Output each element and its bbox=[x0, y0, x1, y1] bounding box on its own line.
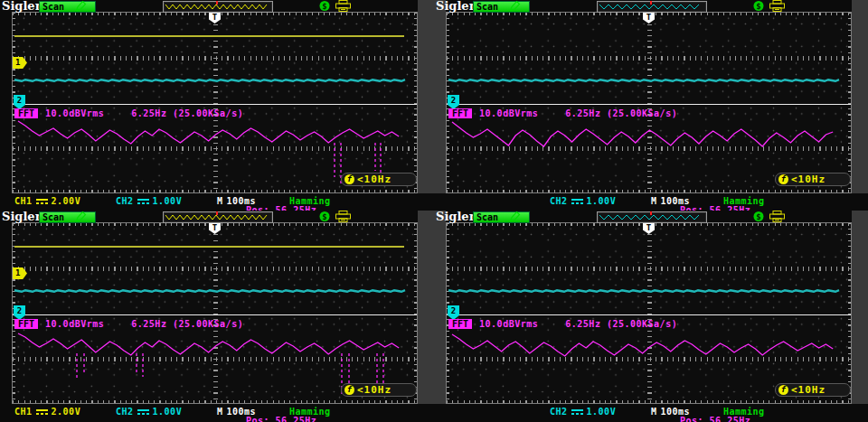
ch1-scale: 2.00V bbox=[52, 196, 81, 206]
status-bar: CH1 2.00V CH2 1.00V M 100ms Hamming Pos:… bbox=[434, 194, 868, 211]
svg-text:$: $ bbox=[322, 212, 326, 221]
tick-col-right bbox=[414, 13, 417, 192]
fft-span-readout: 6.25Hz (25.00KSa/s) bbox=[565, 108, 677, 118]
fft-window-separator bbox=[447, 314, 851, 315]
scope-screen: Siglent Scan $ bbox=[0, 211, 434, 422]
timebase-prefix: M bbox=[217, 407, 223, 417]
ch1-status: CH1 2.00V bbox=[14, 407, 80, 417]
center-vertical-ticks bbox=[213, 223, 218, 403]
printer-icon bbox=[335, 211, 352, 222]
ch2-status: CH2 1.00V bbox=[116, 196, 182, 206]
fft-window-separator bbox=[13, 104, 417, 105]
fft-badge: FFT bbox=[448, 319, 472, 329]
timebase-prefix: M bbox=[651, 407, 657, 417]
ch2-label: CH2 bbox=[116, 196, 134, 206]
tick-col-right bbox=[848, 13, 851, 192]
freq-counter-pill: f <10Hz bbox=[341, 173, 417, 186]
waveform-preview-bar bbox=[597, 211, 707, 223]
pencil-icon bbox=[509, 211, 521, 222]
ch2-status: CH2 1.00V bbox=[550, 196, 616, 206]
preview-wave bbox=[599, 5, 699, 9]
ch2-scale: 1.00V bbox=[587, 407, 617, 417]
svg-text:$: $ bbox=[322, 2, 326, 11]
freq-counter-icon: f bbox=[344, 385, 354, 395]
scope-screen: Siglent Scan $ bbox=[0, 0, 434, 211]
center-vertical-ticks bbox=[647, 13, 652, 192]
fft-scale-readout: 10.0dBVrms bbox=[45, 108, 104, 118]
dollar-coin-icon: $ bbox=[752, 0, 765, 12]
freq-counter-icon: f bbox=[778, 385, 788, 395]
timebase-prefix: M bbox=[217, 196, 223, 206]
preview-trigger-tick bbox=[650, 211, 652, 215]
printer-icon bbox=[335, 0, 352, 12]
ch1-scale: 2.00V bbox=[52, 407, 81, 417]
right-bezel bbox=[418, 211, 434, 404]
fft-pos-status: Pos: 56.25Hz bbox=[246, 205, 316, 211]
status-bar: CH1 2.00V CH2 1.00V M 100ms Hamming Pos:… bbox=[0, 194, 434, 211]
pencil-icon bbox=[75, 211, 87, 222]
svg-text:$: $ bbox=[756, 2, 760, 11]
preview-wave bbox=[165, 215, 267, 220]
center-vertical-ticks bbox=[213, 13, 218, 192]
dollar-coin-icon: $ bbox=[318, 211, 331, 222]
scope-screen: Siglent Scan $ bbox=[434, 211, 868, 422]
graticule bbox=[446, 12, 852, 193]
fft-badge: FFT bbox=[14, 108, 38, 118]
fft-readout-row: FFT 10.0dBVrms 6.25Hz (25.00KSa/s) bbox=[448, 108, 677, 118]
fft-scale-readout: 10.0dBVrms bbox=[479, 319, 538, 329]
ch2-status: CH2 1.00V bbox=[116, 407, 182, 417]
freq-counter-pill: f <10Hz bbox=[775, 173, 851, 186]
freq-counter-pill: f <10Hz bbox=[775, 383, 851, 397]
dc-coupling-icon bbox=[571, 198, 583, 205]
status-bar: CH1 2.00V CH2 1.00V M 100ms Hamming Pos:… bbox=[434, 405, 868, 422]
graticule bbox=[446, 222, 852, 404]
dollar-coin-icon: $ bbox=[318, 0, 331, 12]
dc-coupling-icon bbox=[36, 198, 48, 205]
waveform-preview-bar bbox=[597, 1, 707, 13]
dc-coupling-icon bbox=[571, 408, 583, 416]
tick-col-right bbox=[848, 223, 851, 403]
acquisition-mode-badge: Scan bbox=[39, 211, 96, 223]
freq-counter-pill: f <10Hz bbox=[341, 383, 417, 397]
ch2-scale: 1.00V bbox=[153, 407, 183, 417]
preview-wave bbox=[599, 215, 699, 220]
fft-badge: FFT bbox=[14, 319, 38, 329]
acquisition-mode-badge: Scan bbox=[39, 1, 96, 13]
acquisition-mode-badge: Scan bbox=[473, 1, 530, 13]
fft-scale-readout: 10.0dBVrms bbox=[45, 319, 104, 329]
pencil-icon bbox=[509, 0, 521, 12]
dollar-coin-icon: $ bbox=[752, 211, 765, 222]
fft-pos-status: Pos: 56.25Hz bbox=[680, 205, 750, 211]
svg-text:$: $ bbox=[756, 212, 760, 221]
right-bezel bbox=[418, 0, 434, 193]
fft-readout-row: FFT 10.0dBVrms 6.25Hz (25.00KSa/s) bbox=[448, 318, 677, 329]
graticule bbox=[12, 12, 418, 193]
ch2-scale: 1.00V bbox=[587, 196, 617, 206]
preview-wave bbox=[165, 5, 267, 9]
fft-span-readout: 6.25Hz (25.00KSa/s) bbox=[131, 319, 243, 329]
ch2-label: CH2 bbox=[550, 196, 568, 206]
scope-screen: Siglent Scan $ bbox=[434, 0, 868, 211]
fft-span-readout: 6.25Hz (25.00KSa/s) bbox=[131, 108, 243, 118]
ch1-label: CH1 bbox=[14, 407, 33, 417]
printer-icon bbox=[769, 0, 786, 12]
ch1-status: CH1 2.00V bbox=[14, 196, 80, 206]
left-bezel bbox=[434, 211, 446, 404]
preview-trigger-tick bbox=[650, 1, 652, 5]
acquisition-mode-badge: Scan bbox=[473, 211, 530, 223]
freq-counter-icon: f bbox=[778, 174, 788, 184]
fft-scale-readout: 10.0dBVrms bbox=[479, 108, 538, 118]
freq-counter-value: <10Hz bbox=[357, 173, 392, 185]
status-bar: CH1 2.00V CH2 1.00V M 100ms Hamming Pos:… bbox=[0, 405, 434, 422]
tick-col-right bbox=[414, 223, 417, 403]
graticule bbox=[12, 222, 418, 404]
ch1-label: CH1 bbox=[14, 196, 33, 206]
ch2-status: CH2 1.00V bbox=[550, 407, 616, 417]
ch2-label: CH2 bbox=[116, 407, 134, 417]
fft-pos-status: Pos: 56.25Hz bbox=[680, 416, 750, 422]
ch2-scale: 1.00V bbox=[153, 196, 183, 206]
fft-window-separator bbox=[447, 104, 851, 105]
dc-coupling-icon bbox=[36, 408, 48, 416]
freq-counter-value: <10Hz bbox=[357, 384, 392, 396]
center-vertical-ticks bbox=[647, 223, 652, 403]
